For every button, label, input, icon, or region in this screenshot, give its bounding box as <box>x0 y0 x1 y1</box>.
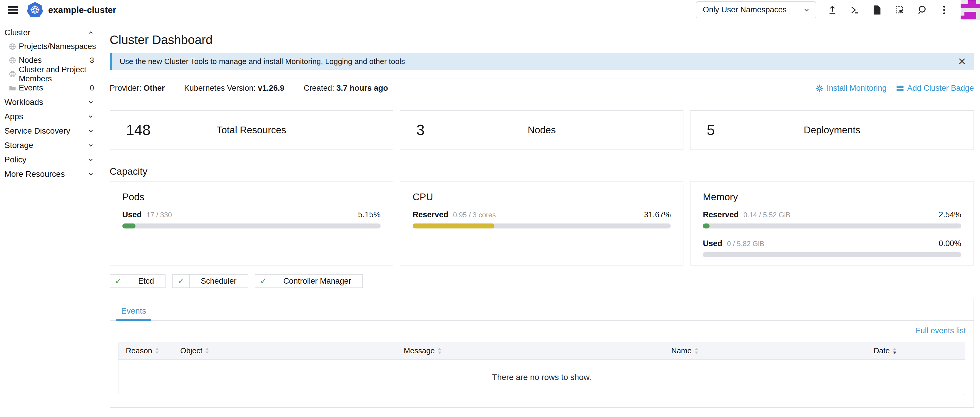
namespace-filter-value: Only User Namespaces <box>703 5 787 14</box>
sidebar-group-label: Workloads <box>5 97 43 107</box>
stats-row: 148 Total Resources 3 Nodes 5 Deployment… <box>110 110 974 149</box>
add-cluster-badge-link[interactable]: Add Cluster Badge <box>896 84 974 93</box>
gauge-label: Used <box>703 239 722 248</box>
gauge-detail: 0.95 / 3 cores <box>453 211 496 219</box>
provider-meta: Provider: Other <box>110 84 165 93</box>
sort-desc-icon <box>892 347 897 354</box>
column-header-reason[interactable]: Reason <box>118 346 180 355</box>
sort-icon <box>438 347 442 354</box>
column-header-date[interactable]: Date <box>873 346 965 355</box>
tab-label: Events <box>121 306 146 316</box>
component-label: Controller Manager <box>272 274 363 287</box>
sidebar-group-apps[interactable]: Apps <box>0 109 100 124</box>
stat-value: 3 <box>417 122 425 139</box>
copy-dashed-icon <box>894 5 904 15</box>
capacity-heading: Capacity <box>110 166 974 177</box>
kebab-menu-icon <box>943 5 946 15</box>
gauge-percent: 0.00% <box>939 239 961 248</box>
gauge-detail: 0.14 / 5.52 GiB <box>743 211 791 219</box>
stat-card-deployments: 5 Deployments <box>690 110 974 149</box>
progress-bar-track <box>413 224 671 228</box>
sidebar-group-service-discovery[interactable]: Service Discovery <box>0 124 100 138</box>
kubeconfig-file-button[interactable] <box>871 4 883 16</box>
sidebar-item-projects-namespaces[interactable]: Projects/Namespaces <box>0 40 100 54</box>
sidebar-group-cluster[interactable]: Cluster <box>0 25 100 40</box>
events-tabbar: Events <box>110 299 974 321</box>
gauge-percent: 2.54% <box>939 210 961 219</box>
progress-bar-track <box>122 224 381 228</box>
chevron-down-icon <box>88 171 94 178</box>
gauge-card-cpu: CPU Reserved 0.95 / 3 cores 31.67% <box>400 181 684 265</box>
chevron-down-icon <box>88 142 94 149</box>
sidebar-group-policy[interactable]: Policy <box>0 152 100 167</box>
chevron-down-icon <box>803 6 810 14</box>
sidebar-item-label: Nodes <box>19 56 42 65</box>
chevron-down-icon <box>88 113 94 120</box>
gauge-row: Reserved 0.14 / 5.52 GiB 2.54% <box>703 210 961 228</box>
component-badge-etcd: ✓ Etcd <box>110 274 165 288</box>
sidebar-group-storage[interactable]: Storage <box>0 138 100 152</box>
events-empty-state: There are no rows to show. <box>118 360 965 395</box>
banner-text: Use the new Cluster Tools to manage and … <box>119 57 405 66</box>
nodes-count-badge: 3 <box>90 56 94 65</box>
gauge-percent: 31.67% <box>644 210 671 219</box>
gauge-row: Reserved 0.95 / 3 cores 31.67% <box>413 210 671 228</box>
file-icon <box>873 5 881 15</box>
full-events-list-link[interactable]: Full events list <box>916 326 966 335</box>
sidebar-group-label: Policy <box>5 155 27 165</box>
namespace-filter-select[interactable]: Only User Namespaces <box>696 2 816 18</box>
created-meta: Created: 3.7 hours ago <box>304 84 388 93</box>
column-header-message[interactable]: Message <box>404 346 671 355</box>
chevron-up-icon <box>88 29 94 36</box>
gauge-title: Pods <box>122 192 381 203</box>
gauge-title: CPU <box>413 192 671 203</box>
main-content: Cluster Dashboard Use the new Cluster To… <box>100 20 980 417</box>
user-avatar[interactable] <box>961 0 980 20</box>
component-status-row: ✓ Etcd ✓ Scheduler ✓ Controller Manager <box>110 274 974 288</box>
tab-events[interactable]: Events <box>116 303 151 320</box>
upload-icon <box>827 5 837 15</box>
chevron-down-icon <box>88 128 94 134</box>
search-icon <box>917 5 927 15</box>
column-label: Reason <box>126 346 152 355</box>
chevron-down-icon <box>88 99 94 105</box>
events-table: Reason Object Message Name <box>118 342 965 395</box>
component-label: Scheduler <box>189 274 248 287</box>
events-table-header: Reason Object Message Name <box>118 342 965 360</box>
sort-icon <box>205 347 209 354</box>
gauge-label: Reserved <box>703 210 739 219</box>
sidebar-group-label: Storage <box>5 141 33 150</box>
kebab-menu-button[interactable] <box>938 4 950 16</box>
column-label: Message <box>404 346 435 355</box>
copy-kubeconfig-button[interactable] <box>894 4 905 16</box>
sidebar-group-workloads[interactable]: Workloads <box>0 95 100 109</box>
menu-toggle-icon[interactable] <box>8 6 18 14</box>
column-label: Name <box>671 346 692 355</box>
stat-card-nodes: 3 Nodes <box>400 110 684 149</box>
import-yaml-button[interactable] <box>827 4 838 16</box>
sidebar-item-cluster-and-project-members[interactable]: Cluster and Project Members <box>0 67 100 81</box>
gauge-label: Reserved <box>413 210 449 219</box>
globe-icon <box>9 43 16 50</box>
stat-value: 148 <box>126 122 151 139</box>
sidebar-item-label: Events <box>19 83 43 92</box>
gear-icon <box>815 84 824 92</box>
sidebar-group-more-resources[interactable]: More Resources <box>0 167 100 181</box>
progress-bar-track <box>703 252 961 257</box>
check-icon: ✓ <box>255 274 272 287</box>
globe-icon <box>9 70 16 78</box>
gauge-row: Used 0 / 5.82 GiB 0.00% <box>703 239 961 257</box>
cluster-tools-banner: Use the new Cluster Tools to manage and … <box>110 53 974 70</box>
column-header-name[interactable]: Name <box>671 346 873 355</box>
events-count-badge: 0 <box>90 83 94 92</box>
check-icon: ✓ <box>173 274 189 287</box>
action-label: Install Monitoring <box>827 84 886 93</box>
gauge-label: Used <box>122 210 142 219</box>
gauge-detail: 17 / 330 <box>146 211 172 219</box>
column-header-object[interactable]: Object <box>180 346 404 355</box>
install-monitoring-link[interactable]: Install Monitoring <box>815 84 886 93</box>
close-icon[interactable]: ✕ <box>958 56 966 67</box>
page-title: Cluster Dashboard <box>110 33 974 47</box>
kubectl-shell-button[interactable] <box>849 4 861 16</box>
search-button[interactable] <box>916 4 928 16</box>
